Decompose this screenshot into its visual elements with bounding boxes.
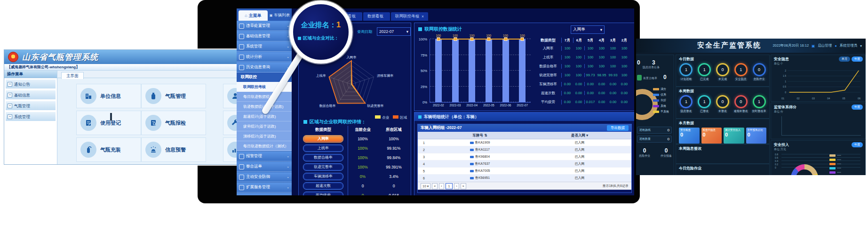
sidebar-menu-item[interactable]: 基础信息管理 ⌄ bbox=[237, 32, 292, 41]
gauge[interactable]: 1 已整改 bbox=[696, 95, 713, 113]
bar[interactable] bbox=[469, 39, 475, 102]
bar[interactable] bbox=[486, 39, 492, 102]
sidebar-menu-item[interactable]: + 系统管理 bbox=[5, 112, 56, 121]
metric-pill-button[interactable]: 入网率 bbox=[303, 135, 343, 143]
sidebar-sub-item[interactable]: 漂移统计(基于运政) bbox=[237, 131, 292, 141]
page-size-select[interactable]: 10 ▾ bbox=[421, 183, 430, 189]
expand-plus-icon[interactable]: + bbox=[8, 114, 12, 119]
card-info-alert[interactable]: 信息预警 bbox=[141, 137, 206, 162]
status-col-header[interactable]: 是否入网 ▾ bbox=[530, 133, 629, 138]
sidebar-splitter-handle[interactable] bbox=[110, 113, 112, 121]
sidebar-menu-item[interactable]: 整合运单 ⌄ bbox=[237, 162, 292, 172]
cell-value: 100 bbox=[619, 73, 630, 77]
metric-select[interactable]: 入网率 ▾ bbox=[571, 25, 605, 34]
legend-item: ▪▪▪▪ bbox=[829, 158, 841, 161]
vehicle-row[interactable]: 6 鲁K56951 已入网 bbox=[418, 175, 631, 182]
export-data-button[interactable]: 导出数据 bbox=[607, 125, 629, 131]
expand-plus-icon[interactable]: + bbox=[8, 104, 12, 108]
sidebar-menu-item[interactable]: 主动安全防御 ⌄ bbox=[237, 172, 292, 182]
bar[interactable] bbox=[452, 39, 459, 102]
month-card[interactable]: 安全检查 0 bbox=[679, 128, 700, 144]
sidebar-menu-item[interactable]: 通行码 ⌄ bbox=[237, 193, 292, 195]
tab-close-icon[interactable]: × bbox=[422, 14, 424, 19]
pill-month-button[interactable]: 本月 bbox=[839, 56, 850, 62]
sidebar-menu-item[interactable]: 系统管理 ⌄ bbox=[237, 42, 292, 52]
user-label[interactable]: 系统管理员 bbox=[840, 43, 858, 48]
tab-main-view[interactable]: 主界面 bbox=[61, 72, 84, 79]
gauge[interactable]: 0 未完成 bbox=[714, 63, 731, 81]
sidebar-menu-item[interactable]: 报警管理 ⌄ bbox=[237, 152, 292, 161]
vehicle-row[interactable]: 4 鲁KA7637 已入网 bbox=[418, 161, 631, 168]
gauge-label: 按时整改率 bbox=[751, 109, 768, 113]
vehicle-row[interactable]: 5 鲁KA7005 已入网 bbox=[418, 168, 631, 175]
plate-col-header[interactable]: 车牌号 ⇅ bbox=[430, 133, 530, 138]
content-tab[interactable]: 联网联控考核 × bbox=[391, 12, 428, 21]
expand-plus-icon[interactable]: + bbox=[8, 82, 12, 87]
card-unit-info[interactable]: 单位信息 bbox=[76, 84, 141, 108]
bar[interactable] bbox=[519, 39, 526, 102]
legend-item[interactable]: 企业 bbox=[375, 115, 389, 120]
sidebar-menu-item[interactable]: 违章处置管理 ⌄ bbox=[237, 21, 292, 31]
sidebar-menu-item[interactable]: + 基础信息 bbox=[5, 90, 56, 100]
pill-year-button[interactable]: 年度 bbox=[852, 56, 863, 62]
expand-plus-icon[interactable]: + bbox=[8, 93, 12, 97]
national-emblem-icon: ★ bbox=[8, 52, 18, 62]
content-tab[interactable]: 数据看板 bbox=[363, 12, 390, 21]
gauge[interactable]: 1 隐患整改 bbox=[677, 95, 694, 113]
month-card[interactable]: 累计安全投入 0 bbox=[724, 128, 744, 144]
gauge[interactable]: 0 未整改 bbox=[714, 95, 731, 113]
card-cylinder-filling[interactable]: 气瓶充装 bbox=[76, 137, 141, 162]
vehicle-list-tab[interactable]: ▣ 车辆列表 bbox=[268, 10, 292, 21]
gauge[interactable]: 1 计划巡检 bbox=[677, 63, 694, 81]
gauge[interactable]: 1 安全隐患 bbox=[733, 63, 749, 81]
sidebar-menu-bottom: 报警管理 ⌄ 整合运单 ⌄ 主动安全防御 ⌄ 扩展服务管理 ⌄ 通行码 bbox=[237, 152, 292, 195]
legend-item[interactable]: 区域 bbox=[393, 115, 407, 120]
gauge[interactable]: 0 危险作业 bbox=[751, 63, 768, 81]
sidebar-menu-item[interactable]: 历史信息查询 ⌄ bbox=[237, 63, 292, 72]
metric-pill-button[interactable]: 上线率 bbox=[303, 145, 343, 152]
metric-pill-button[interactable]: 数据合格率 bbox=[303, 154, 343, 161]
month-card[interactable]: 检查中隐患 0 bbox=[701, 128, 722, 144]
next-page-button[interactable]: › bbox=[454, 183, 459, 189]
sidebar-menu-item[interactable]: 扩展服务管理 ⌄ bbox=[237, 183, 292, 193]
sidebar-menu-item[interactable]: + 气瓶管理 bbox=[5, 101, 56, 111]
month-cards: 安全检查 0 检查中隐患 0 累计安全投入 0 全年预算占比 0 bbox=[676, 126, 769, 145]
sidebar-menu-item[interactable]: 统计分析 ⌄ bbox=[237, 52, 292, 62]
sidebar-menu-item[interactable]: + 通知公告 bbox=[5, 79, 56, 89]
prev-page-button[interactable]: ‹ bbox=[439, 183, 444, 189]
vehicle-row[interactable]: 1 鲁KA1909 已入网 bbox=[418, 139, 631, 146]
menu-item-icon bbox=[239, 154, 244, 159]
home-tab[interactable]: ⌂ 主菜单 bbox=[239, 10, 268, 21]
last-page-button[interactable]: » bbox=[461, 183, 466, 189]
cell-value: 100 bbox=[619, 64, 630, 68]
first-page-button[interactable]: « bbox=[432, 183, 438, 189]
bar[interactable] bbox=[502, 39, 509, 102]
card-cylinder-mgmt[interactable]: 气瓶管理 bbox=[141, 84, 206, 108]
pill-year-button[interactable]: 年度 bbox=[852, 104, 863, 110]
caret-down-icon[interactable]: ▾ bbox=[860, 44, 862, 48]
metric-pill-button[interactable]: 超速次数 bbox=[303, 182, 343, 190]
vehicle-row[interactable]: 3 鲁K96804 已入网 bbox=[418, 153, 631, 161]
query-date-select[interactable]: 2022-07 ▾ bbox=[377, 27, 411, 36]
today-gauges: 1 计划巡检 1 已完成 0 未完成 1 安全隐患 0 危险作业 bbox=[676, 62, 769, 81]
month-card[interactable]: 全年预算占比 0 bbox=[746, 128, 767, 144]
left-sidebar-header: 操作菜单 bbox=[4, 71, 57, 78]
gauge[interactable]: 1 按时整改率 bbox=[751, 95, 768, 113]
metric-pill-button[interactable]: 平均疲劳 bbox=[303, 192, 343, 195]
vehicle-row[interactable]: 2 鲁KA1117 已入网 bbox=[418, 146, 631, 153]
today-danger-panel: 今日危险作业 bbox=[676, 164, 770, 175]
bar[interactable] bbox=[435, 39, 442, 102]
gauge[interactable]: 1 已完成 bbox=[696, 63, 713, 81]
metric-pill-button[interactable]: 轨迹完整率 bbox=[303, 163, 343, 171]
gauge[interactable]: 0 逾期未整改 bbox=[733, 95, 749, 113]
pill-year-button[interactable]: 年度 bbox=[852, 142, 863, 147]
card-cylinder-inspect[interactable]: 气瓶报检 bbox=[141, 111, 206, 135]
current-page[interactable]: 1 bbox=[446, 183, 453, 189]
metric-pill-button[interactable]: 车辆漂移率 bbox=[303, 173, 343, 180]
card-usage-register[interactable]: 使用登记 bbox=[76, 111, 141, 135]
sidebar-sub-item[interactable]: 疲劳统计(基于运政) bbox=[237, 121, 292, 131]
sidebar-sub-item[interactable]: 每日轨迹数据统计 bbox=[237, 92, 292, 102]
sidebar-sub-item[interactable]: 每日轨迹数据统计（测试） bbox=[237, 141, 292, 151]
metric-box-row[interactable]: 巡检数量 0 bbox=[637, 136, 672, 143]
metric-box-row[interactable]: 巡检路线 0 bbox=[637, 127, 672, 134]
